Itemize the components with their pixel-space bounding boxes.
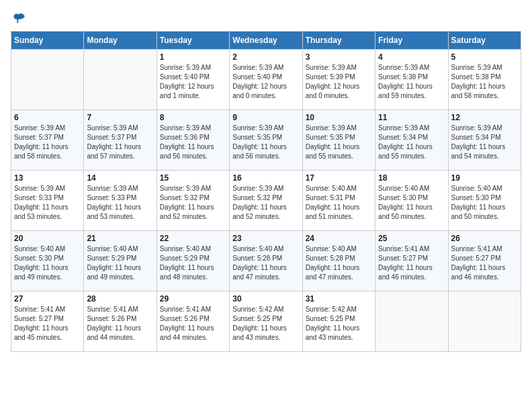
weekday-header-cell: Tuesday — [157, 32, 229, 50]
weekday-header-cell: Friday — [375, 32, 448, 50]
day-number: 29 — [160, 294, 226, 304]
calendar-day-cell — [375, 291, 448, 352]
calendar-day-cell: 26Sunrise: 5:41 AM Sunset: 5:27 PM Dayli… — [448, 231, 521, 291]
day-info: Sunrise: 5:40 AM Sunset: 5:30 PM Dayligh… — [378, 184, 445, 222]
calendar-day-cell — [84, 50, 157, 110]
calendar-day-cell: 15Sunrise: 5:39 AM Sunset: 5:32 PM Dayli… — [157, 171, 229, 231]
day-info: Sunrise: 5:40 AM Sunset: 5:29 PM Dayligh… — [87, 244, 153, 282]
page-header — [11, 11, 521, 26]
day-info: Sunrise: 5:39 AM Sunset: 5:34 PM Dayligh… — [451, 124, 518, 161]
calendar-body: 1Sunrise: 5:39 AM Sunset: 5:40 PM Daylig… — [11, 50, 521, 352]
calendar-day-cell: 22Sunrise: 5:40 AM Sunset: 5:29 PM Dayli… — [157, 231, 229, 291]
day-number: 18 — [378, 173, 445, 183]
day-info: Sunrise: 5:41 AM Sunset: 5:27 PM Dayligh… — [378, 244, 445, 282]
calendar-day-cell: 4Sunrise: 5:39 AM Sunset: 5:38 PM Daylig… — [375, 50, 448, 110]
calendar-day-cell: 25Sunrise: 5:41 AM Sunset: 5:27 PM Dayli… — [375, 231, 448, 291]
day-number: 27 — [14, 294, 81, 304]
day-info: Sunrise: 5:39 AM Sunset: 5:33 PM Dayligh… — [14, 184, 81, 222]
calendar-week-row: 1Sunrise: 5:39 AM Sunset: 5:40 PM Daylig… — [11, 50, 521, 110]
weekday-header-cell: Sunday — [11, 32, 84, 50]
calendar-day-cell: 27Sunrise: 5:41 AM Sunset: 5:27 PM Dayli… — [11, 291, 84, 352]
day-number: 12 — [451, 113, 518, 122]
weekday-header-cell: Wednesday — [230, 32, 302, 50]
calendar-day-cell — [11, 50, 84, 110]
logo-bird-icon — [12, 11, 27, 26]
calendar-day-cell: 28Sunrise: 5:41 AM Sunset: 5:26 PM Dayli… — [84, 291, 157, 352]
calendar-week-row: 13Sunrise: 5:39 AM Sunset: 5:33 PM Dayli… — [11, 171, 521, 231]
day-number: 20 — [14, 234, 81, 243]
calendar-day-cell: 23Sunrise: 5:40 AM Sunset: 5:28 PM Dayli… — [230, 231, 302, 291]
day-number: 19 — [451, 173, 518, 183]
weekday-header-row: SundayMondayTuesdayWednesdayThursdayFrid… — [11, 32, 521, 50]
day-number: 23 — [232, 234, 299, 243]
day-number: 15 — [160, 173, 226, 183]
day-info: Sunrise: 5:42 AM Sunset: 5:25 PM Dayligh… — [306, 305, 372, 342]
logo — [11, 11, 27, 26]
calendar-day-cell: 1Sunrise: 5:39 AM Sunset: 5:40 PM Daylig… — [157, 50, 229, 110]
day-info: Sunrise: 5:40 AM Sunset: 5:30 PM Dayligh… — [451, 184, 518, 222]
day-number: 31 — [306, 294, 372, 304]
day-number: 7 — [87, 113, 153, 122]
day-info: Sunrise: 5:40 AM Sunset: 5:31 PM Dayligh… — [306, 184, 372, 222]
day-number: 8 — [160, 113, 226, 122]
day-info: Sunrise: 5:40 AM Sunset: 5:28 PM Dayligh… — [232, 244, 299, 282]
day-number: 17 — [306, 173, 372, 183]
calendar-day-cell: 14Sunrise: 5:39 AM Sunset: 5:33 PM Dayli… — [84, 171, 157, 231]
day-info: Sunrise: 5:39 AM Sunset: 5:38 PM Dayligh… — [451, 63, 518, 101]
calendar-day-cell: 11Sunrise: 5:39 AM Sunset: 5:34 PM Dayli… — [375, 110, 448, 171]
day-number: 28 — [87, 294, 153, 304]
day-number: 9 — [232, 113, 299, 122]
day-info: Sunrise: 5:39 AM Sunset: 5:36 PM Dayligh… — [160, 124, 226, 161]
day-info: Sunrise: 5:40 AM Sunset: 5:29 PM Dayligh… — [160, 244, 226, 282]
day-info: Sunrise: 5:39 AM Sunset: 5:35 PM Dayligh… — [306, 124, 372, 161]
calendar-day-cell: 20Sunrise: 5:40 AM Sunset: 5:30 PM Dayli… — [11, 231, 84, 291]
day-info: Sunrise: 5:39 AM Sunset: 5:37 PM Dayligh… — [14, 124, 81, 161]
calendar-day-cell: 21Sunrise: 5:40 AM Sunset: 5:29 PM Dayli… — [84, 231, 157, 291]
calendar-day-cell: 3Sunrise: 5:39 AM Sunset: 5:39 PM Daylig… — [302, 50, 375, 110]
calendar-day-cell: 6Sunrise: 5:39 AM Sunset: 5:37 PM Daylig… — [11, 110, 84, 171]
calendar-day-cell: 10Sunrise: 5:39 AM Sunset: 5:35 PM Dayli… — [302, 110, 375, 171]
day-info: Sunrise: 5:39 AM Sunset: 5:40 PM Dayligh… — [232, 63, 299, 101]
weekday-header-cell: Thursday — [302, 32, 375, 50]
calendar-day-cell: 8Sunrise: 5:39 AM Sunset: 5:36 PM Daylig… — [157, 110, 229, 171]
day-number: 10 — [306, 113, 372, 122]
day-number: 14 — [87, 173, 153, 183]
day-number: 5 — [451, 52, 518, 62]
day-number: 2 — [232, 52, 299, 62]
day-info: Sunrise: 5:42 AM Sunset: 5:25 PM Dayligh… — [232, 305, 299, 342]
calendar-day-cell — [448, 291, 521, 352]
day-info: Sunrise: 5:39 AM Sunset: 5:32 PM Dayligh… — [160, 184, 226, 222]
day-number: 4 — [378, 52, 445, 62]
day-info: Sunrise: 5:41 AM Sunset: 5:27 PM Dayligh… — [14, 305, 81, 342]
day-number: 11 — [378, 113, 445, 122]
day-number: 3 — [306, 52, 372, 62]
calendar-day-cell: 19Sunrise: 5:40 AM Sunset: 5:30 PM Dayli… — [448, 171, 521, 231]
calendar-day-cell: 12Sunrise: 5:39 AM Sunset: 5:34 PM Dayli… — [448, 110, 521, 171]
calendar-table: SundayMondayTuesdayWednesdayThursdayFrid… — [11, 31, 521, 352]
day-info: Sunrise: 5:40 AM Sunset: 5:28 PM Dayligh… — [306, 244, 372, 282]
day-info: Sunrise: 5:40 AM Sunset: 5:30 PM Dayligh… — [14, 244, 81, 282]
day-number: 22 — [160, 234, 226, 243]
calendar-day-cell: 31Sunrise: 5:42 AM Sunset: 5:25 PM Dayli… — [302, 291, 375, 352]
day-info: Sunrise: 5:39 AM Sunset: 5:32 PM Dayligh… — [232, 184, 299, 222]
day-info: Sunrise: 5:41 AM Sunset: 5:27 PM Dayligh… — [451, 244, 518, 282]
calendar-week-row: 27Sunrise: 5:41 AM Sunset: 5:27 PM Dayli… — [11, 291, 521, 352]
day-info: Sunrise: 5:39 AM Sunset: 5:35 PM Dayligh… — [232, 124, 299, 161]
day-info: Sunrise: 5:39 AM Sunset: 5:40 PM Dayligh… — [160, 63, 226, 101]
calendar-day-cell: 18Sunrise: 5:40 AM Sunset: 5:30 PM Dayli… — [375, 171, 448, 231]
day-number: 30 — [232, 294, 299, 304]
day-info: Sunrise: 5:39 AM Sunset: 5:37 PM Dayligh… — [87, 124, 153, 161]
calendar-day-cell: 24Sunrise: 5:40 AM Sunset: 5:28 PM Dayli… — [302, 231, 375, 291]
calendar-day-cell: 2Sunrise: 5:39 AM Sunset: 5:40 PM Daylig… — [230, 50, 302, 110]
day-number: 21 — [87, 234, 153, 243]
day-info: Sunrise: 5:41 AM Sunset: 5:26 PM Dayligh… — [87, 305, 153, 342]
day-number: 16 — [232, 173, 299, 183]
calendar-day-cell: 29Sunrise: 5:41 AM Sunset: 5:26 PM Dayli… — [157, 291, 229, 352]
day-number: 24 — [306, 234, 372, 243]
day-number: 6 — [14, 113, 81, 122]
day-number: 13 — [14, 173, 81, 183]
calendar-day-cell: 30Sunrise: 5:42 AM Sunset: 5:25 PM Dayli… — [230, 291, 302, 352]
day-info: Sunrise: 5:39 AM Sunset: 5:34 PM Dayligh… — [378, 124, 445, 161]
calendar-day-cell: 9Sunrise: 5:39 AM Sunset: 5:35 PM Daylig… — [230, 110, 302, 171]
calendar-week-row: 20Sunrise: 5:40 AM Sunset: 5:30 PM Dayli… — [11, 231, 521, 291]
